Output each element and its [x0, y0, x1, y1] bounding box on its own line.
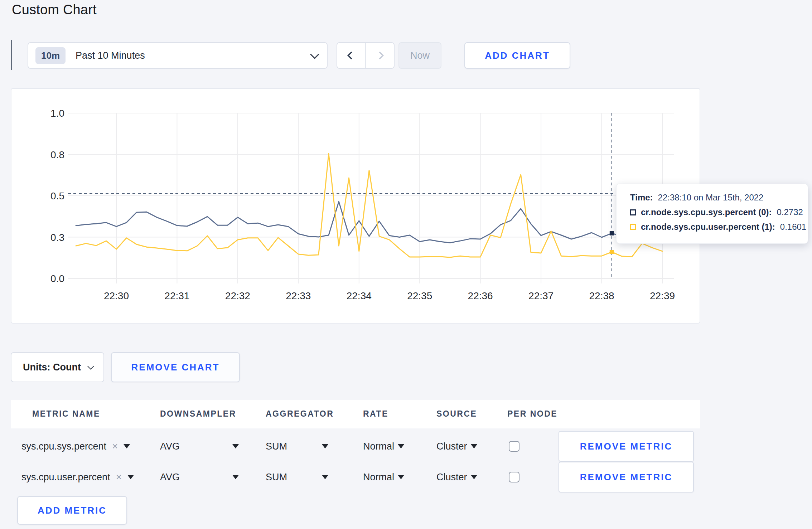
- rate-select[interactable]: Normal: [363, 462, 404, 492]
- remove-icon[interactable]: ×: [112, 441, 118, 452]
- rate-value: Normal: [363, 472, 394, 483]
- metric-name-value: sys.cpu.user.percent: [21, 472, 110, 483]
- x-tick-label: 22:33: [286, 290, 311, 301]
- y-tick-label: 1.0: [50, 108, 64, 119]
- dropdown-arrow-icon: [398, 475, 404, 479]
- y-tick-label: 0.0: [50, 273, 64, 284]
- page-title: Custom Chart: [12, 2, 97, 18]
- remove-chart-button[interactable]: REMOVE CHART: [111, 352, 240, 382]
- x-tick-label: 22:37: [528, 290, 554, 301]
- time-range-badge: 10m: [35, 47, 66, 64]
- tooltip-time-value: 22:38:10 on Mar 15th, 2022: [658, 193, 764, 203]
- aggregator-value: SUM: [266, 441, 287, 452]
- dropdown-arrow-icon: [471, 475, 477, 479]
- remove-metric-button[interactable]: REMOVE METRIC: [559, 431, 694, 462]
- per-node-checkbox[interactable]: [509, 472, 519, 482]
- chevron-right-icon: [376, 52, 384, 60]
- remove-metric-button[interactable]: REMOVE METRIC: [559, 462, 694, 492]
- col-header-source: SOURCE: [436, 409, 477, 419]
- downsampler-value: AVG: [160, 441, 180, 452]
- downsampler-value: AVG: [160, 472, 180, 483]
- time-range-label: Past 10 Minutes: [76, 50, 145, 61]
- tooltip-sys-value: 0.2732: [777, 207, 803, 217]
- source-select[interactable]: Cluster: [436, 462, 477, 492]
- x-tick-label: 22:31: [164, 290, 189, 301]
- source-value: Cluster: [436, 472, 467, 483]
- dropdown-arrow-icon: [232, 475, 239, 479]
- user-percent-swatch-icon: [630, 224, 636, 230]
- table-row: sys.cpu.sys.percent × AVG SUM Normal Clu…: [11, 431, 700, 462]
- units-select[interactable]: Units: Count: [11, 352, 104, 382]
- units-label: Units: Count: [23, 362, 81, 373]
- dropdown-arrow-icon: [124, 444, 130, 448]
- dropdown-arrow-icon: [322, 475, 328, 479]
- x-tick-label: 22:36: [468, 290, 493, 301]
- dropdown-arrow-icon: [322, 444, 328, 448]
- chevron-left-icon: [347, 52, 356, 60]
- add-chart-button[interactable]: ADD CHART: [464, 42, 570, 69]
- tooltip-series-row: cr.node.sys.cpu.sys.percent (0): 0.2732: [630, 207, 808, 217]
- x-tick-label: 22:35: [407, 290, 432, 301]
- metric-name-value: sys.cpu.sys.percent: [21, 441, 106, 452]
- y-tick-label: 0.3: [50, 232, 64, 243]
- dropdown-arrow-icon: [127, 475, 134, 479]
- dropdown-arrow-icon: [232, 444, 239, 448]
- tooltip-user-value: 0.1601: [780, 222, 806, 232]
- rate-value: Normal: [363, 441, 394, 452]
- tooltip-series-row: cr.node.sys.cpu.user.percent (1): 0.1601: [630, 222, 808, 232]
- series-line-0: [76, 202, 662, 243]
- cpu-usage-chart[interactable]: 0.00.30.50.81.022:3022:3122:3222:3322:34…: [11, 88, 700, 324]
- x-tick-label: 22:39: [650, 290, 675, 301]
- chart-svg: 0.00.30.50.81.022:3022:3122:3222:3322:34…: [11, 88, 700, 324]
- col-header-per-node: PER NODE: [507, 409, 557, 419]
- add-metric-button[interactable]: ADD METRIC: [17, 496, 127, 525]
- time-range-select[interactable]: 10m Past 10 Minutes: [28, 42, 328, 69]
- metrics-table-header: METRIC NAME DOWNSAMPLER AGGREGATOR RATE …: [11, 400, 700, 428]
- rate-select[interactable]: Normal: [363, 431, 404, 462]
- y-tick-label: 0.8: [50, 149, 64, 160]
- tooltip-user-label: cr.node.sys.cpu.user.percent (1):: [641, 222, 775, 232]
- source-select[interactable]: Cluster: [436, 431, 477, 462]
- hover-point-1: [610, 250, 614, 254]
- per-node-checkbox[interactable]: [509, 441, 519, 452]
- dropdown-arrow-icon: [471, 444, 477, 448]
- next-time-button[interactable]: [365, 43, 394, 68]
- aggregator-select[interactable]: SUM: [266, 462, 328, 492]
- tooltip-sys-label: cr.node.sys.cpu.sys.percent (0):: [641, 207, 772, 217]
- aggregator-select[interactable]: SUM: [266, 431, 328, 462]
- chart-tooltip: Time: 22:38:10 on Mar 15th, 2022 cr.node…: [616, 184, 808, 244]
- metric-name-select[interactable]: sys.cpu.user.percent ×: [21, 462, 134, 492]
- x-tick-label: 22:32: [225, 290, 250, 301]
- series-line-1: [76, 154, 662, 257]
- col-header-metric-name: METRIC NAME: [32, 409, 100, 419]
- col-header-aggregator: AGGREGATOR: [266, 409, 334, 419]
- hover-point-0: [610, 231, 614, 236]
- remove-icon[interactable]: ×: [116, 471, 122, 483]
- x-tick-label: 22:38: [589, 290, 614, 301]
- chevron-down-icon: [87, 363, 94, 369]
- x-tick-label: 22:34: [347, 290, 372, 301]
- col-header-rate: RATE: [363, 409, 388, 419]
- toolbar-divider: [11, 40, 12, 70]
- prev-time-button[interactable]: [337, 43, 365, 68]
- sys-percent-swatch-icon: [630, 209, 636, 215]
- tooltip-time-label: Time:: [630, 193, 653, 203]
- chevron-down-icon: [310, 50, 319, 59]
- y-tick-label: 0.5: [50, 190, 64, 202]
- table-row: sys.cpu.user.percent × AVG SUM Normal Cl…: [11, 462, 700, 492]
- source-value: Cluster: [436, 441, 467, 452]
- aggregator-value: SUM: [266, 472, 287, 483]
- time-step-group: [337, 42, 395, 69]
- x-tick-label: 22:30: [104, 290, 129, 301]
- downsampler-select[interactable]: AVG: [160, 462, 239, 492]
- now-button[interactable]: Now: [398, 42, 441, 69]
- col-header-downsampler: DOWNSAMPLER: [160, 409, 236, 419]
- tooltip-time-row: Time: 22:38:10 on Mar 15th, 2022: [630, 193, 808, 203]
- metric-name-select[interactable]: sys.cpu.sys.percent ×: [21, 431, 130, 462]
- downsampler-select[interactable]: AVG: [160, 431, 239, 462]
- dropdown-arrow-icon: [398, 444, 404, 448]
